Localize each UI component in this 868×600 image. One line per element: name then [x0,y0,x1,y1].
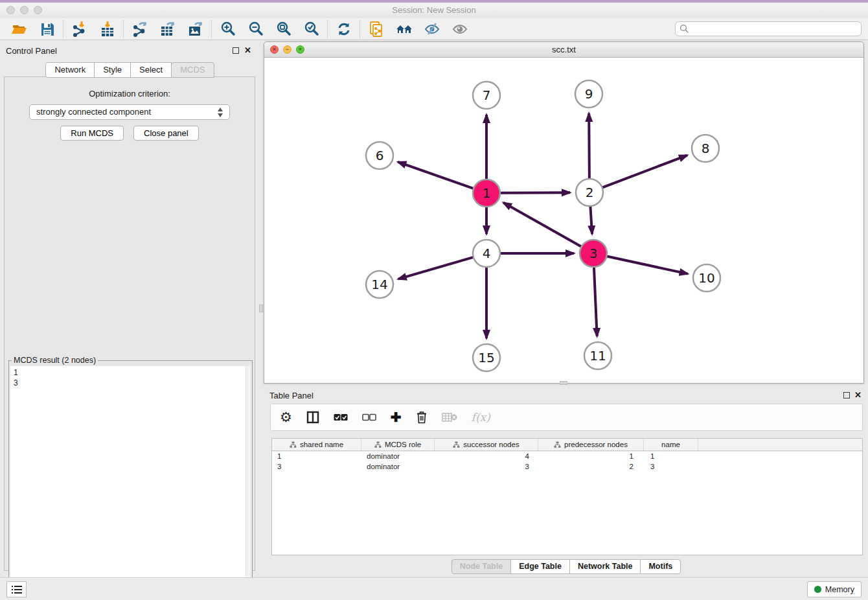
column-type-icon [290,441,297,448]
network-file-icon [368,21,385,38]
application-window: Session: New Session [0,0,868,600]
float-panel-icon[interactable] [843,392,850,398]
tab-node-table[interactable]: Node Table [451,559,511,574]
table-row[interactable]: 1dominator411 [272,451,862,461]
tab-motifs[interactable]: Motifs [640,559,681,574]
trash-icon [416,411,428,424]
toolbar-separator [327,20,328,38]
table-settings-button[interactable]: ⚙ [280,408,292,427]
result-scrollbar[interactable] [246,366,251,600]
delete-column-button[interactable] [416,408,428,427]
network-window-titlebar[interactable]: × − + scc.txt [264,42,863,58]
mcds-result-list[interactable]: 13 [10,366,251,600]
zoom-selected-button[interactable] [297,19,325,39]
run-mcds-button[interactable]: Run MCDS [60,126,124,141]
toolbar-separator [360,20,360,38]
memory-button[interactable]: Memory [807,581,862,597]
graph-node-15[interactable]: 15 [473,344,500,371]
import-network-button[interactable] [65,19,93,39]
close-panel-button[interactable]: Close panel [133,126,199,141]
svg-text:11: 11 [589,348,606,363]
select-all-rows-button[interactable] [334,408,348,427]
close-panel-icon[interactable]: ✕ [854,390,862,400]
task-history-button[interactable] [6,581,27,597]
search-input[interactable] [675,21,862,36]
graph-node-7[interactable]: 7 [473,82,500,109]
export-table-button[interactable] [154,19,181,39]
column-header-mcds-role[interactable]: MCDS role [361,439,435,450]
graph-node-6[interactable]: 6 [366,142,393,169]
toggle-columns-button[interactable] [306,408,319,427]
toolbar-separator [211,20,212,38]
tab-select[interactable]: Select [130,62,172,78]
graph-edge-2-3[interactable] [590,205,592,234]
graph-node-11[interactable]: 11 [584,342,611,369]
close-panel-icon[interactable]: ✕ [244,45,251,55]
export-table-icon [159,21,176,38]
column-header-successor-nodes[interactable]: successor nodes [435,439,538,450]
network-view-title: scc.txt [264,45,863,54]
delete-table-button[interactable] [442,408,457,427]
graph-node-10[interactable]: 10 [693,264,720,292]
criterion-value: strongly connected component [36,107,151,117]
graph-node-14[interactable]: 14 [366,271,393,298]
graph-edge-4-14[interactable] [398,257,474,279]
tab-edge-table[interactable]: Edge Table [510,559,570,574]
graph-edge-3-11[interactable] [594,266,597,336]
tab-style[interactable]: Style [94,62,131,78]
refresh-layout-button[interactable] [330,19,358,39]
show-all-button[interactable] [446,19,474,39]
column-type-icon [453,441,460,448]
graph-node-9[interactable]: 9 [575,80,602,108]
graph-edge-1-6[interactable] [398,162,474,189]
tab-mcds[interactable]: MCDS [171,62,214,78]
mcds-result-group: MCDS result (2 nodes) 13 [8,356,253,600]
mcds-panel: Optimization criterion: strongly connect… [4,76,255,571]
export-network-button[interactable] [126,19,154,39]
graph-node-2[interactable]: 2 [576,179,603,206]
network-view-window: × − + scc.txt 7968124314101511 [264,41,864,384]
open-folder-icon [11,21,28,38]
control-panel-tabs: NetworkStyleSelectMCDS [0,62,259,78]
save-session-button[interactable] [33,19,61,39]
graph-edge-2-8[interactable] [602,156,687,188]
vertical-splitter-handle[interactable] [259,305,263,312]
float-panel-icon[interactable] [233,47,239,54]
deselect-all-rows-button[interactable] [362,408,376,427]
horizontal-splitter-handle[interactable] [560,381,567,385]
first-neighbors-button[interactable] [390,19,418,39]
graph-node-1[interactable]: 1 [473,179,500,207]
optimization-criterion-select[interactable]: strongly connected component [29,104,230,120]
column-header-predecessor-nodes[interactable]: predecessor nodes [538,439,644,450]
graph-edge-3-1[interactable] [503,203,582,247]
checked-boxes-icon [334,413,348,422]
network-canvas[interactable]: 7968124314101511 [264,58,863,384]
graph-edge-3-10[interactable] [606,256,688,273]
svg-text:3: 3 [589,246,598,261]
graph-node-4[interactable]: 4 [473,240,500,267]
control-panel: Control Panel ✕ NetworkStyleSelectMCDS O… [0,41,259,577]
tab-network-table[interactable]: Network Table [569,559,641,574]
graph-node-8[interactable]: 8 [692,135,719,162]
tab-network[interactable]: Network [45,62,95,78]
add-column-button[interactable]: ✚ [391,408,402,427]
open-session-button[interactable] [5,19,33,39]
export-image-button[interactable] [181,19,209,39]
export-image-icon [187,21,204,38]
graph-edge-2-9[interactable] [589,113,589,179]
zoom-fit-button[interactable] [269,19,297,39]
svg-text:8: 8 [702,141,710,156]
svg-text:1: 1 [483,185,491,201]
new-network-button[interactable] [362,19,390,39]
hide-selected-button[interactable] [418,19,446,39]
table-row[interactable]: 3dominator323 [272,461,862,472]
column-header-shared-name[interactable]: shared name [272,439,361,450]
toolbar-separator [123,20,124,38]
zoom-out-button[interactable] [242,19,269,39]
function-builder-button[interactable]: f(x) [472,408,490,427]
zoom-in-button[interactable] [214,19,242,39]
import-table-button[interactable] [93,19,121,39]
column-header-name[interactable]: name [644,439,698,450]
graph-node-3[interactable]: 3 [580,240,607,267]
graph-edge-1-2[interactable] [499,192,570,193]
